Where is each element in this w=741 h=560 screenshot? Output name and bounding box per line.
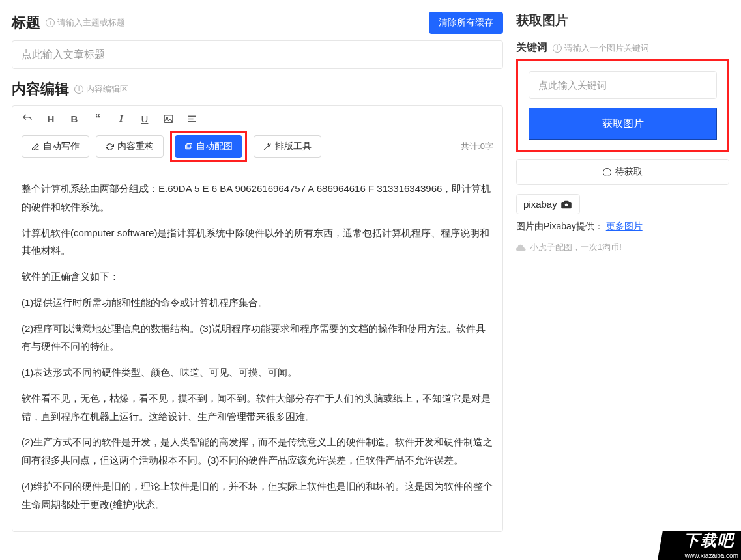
- content-paragraph: (2)程序可以满意地处理信息的数据结构。(3)说明程序功能要求和程序需要的文档的…: [22, 320, 493, 356]
- content-paragraph: (2)生产方式不同的软件是开发，是人类智能的高发挥，而不是传统意义上的硬件制造。…: [22, 433, 493, 469]
- content-hint: 内容编辑区: [86, 83, 128, 95]
- content-paragraph: 计算机软件(computer software)是指计算机系统中除硬件以外的所有…: [22, 224, 493, 260]
- quote-icon[interactable]: “: [92, 113, 104, 124]
- pending-button[interactable]: 待获取: [516, 159, 729, 185]
- content-paragraph: 整个计算机系统由两部分组成：E.69DA 5 E 6 BA 9062616964…: [22, 180, 493, 216]
- content-hint-wrap: i 内容编辑区: [74, 83, 128, 95]
- images-icon: [184, 143, 193, 151]
- editor-panel: H B “ I U 自动写作 内容重构: [12, 105, 503, 532]
- sidebar: 获取图片 关键词 i 请输入一个图片关键词 获取图片 待获取 pixabay 图…: [510, 0, 741, 560]
- watermark-text: 下载吧: [684, 530, 734, 551]
- keyword-highlight-box: 获取图片: [516, 59, 729, 152]
- bold-icon[interactable]: B: [68, 113, 80, 124]
- provider-line: 图片由Pixabay提供： 更多图片: [516, 221, 729, 232]
- title-label: 标题: [12, 13, 40, 33]
- clear-cache-label: 清除所有缓存: [439, 17, 493, 29]
- watermark: 下载吧 www.xiazaiba.com: [650, 521, 741, 560]
- get-image-title: 获取图片: [516, 12, 729, 29]
- keyword-header: 关键词 i 请输入一个图片关键词: [516, 41, 729, 55]
- content-restruct-button[interactable]: 内容重构: [96, 135, 164, 158]
- auto-image-highlight: 自动配图: [170, 131, 247, 162]
- info-icon: i: [74, 85, 83, 94]
- editor-toolbar: H B “ I U 自动写作 内容重构: [12, 106, 502, 169]
- more-images-link[interactable]: 更多图片: [606, 221, 643, 231]
- auto-image-label: 自动配图: [196, 141, 233, 152]
- auto-write-button[interactable]: 自动写作: [22, 135, 89, 158]
- keyword-label: 关键词: [516, 41, 547, 55]
- heading-icon[interactable]: H: [45, 113, 57, 124]
- watermark-url: www.xiazaiba.com: [685, 552, 738, 559]
- title-hint: 请输入主题或标题: [57, 17, 125, 29]
- cloud-icon: [516, 244, 527, 251]
- align-left-icon[interactable]: [186, 113, 197, 124]
- image-icon[interactable]: [162, 113, 174, 124]
- auto-write-label: 自动写作: [43, 141, 80, 152]
- wand-icon: [263, 143, 272, 151]
- footer-note-text: 小虎子配图，一次1淘币!: [530, 242, 622, 253]
- keyword-hint: 请输入一个图片关键词: [564, 42, 649, 54]
- italic-icon[interactable]: I: [115, 113, 127, 124]
- get-image-button-label: 获取图片: [602, 118, 644, 129]
- underline-icon[interactable]: U: [139, 113, 151, 124]
- content-paragraph: (4)维护不同的硬件是旧的，理论上软件是旧的，并不坏，但实际上软件也是旧的和坏的…: [22, 477, 493, 514]
- content-paragraph: (1)表达形式不同的硬件类型、颜色、味道、可见、可摸、可闻。: [22, 363, 493, 382]
- content-label: 内容编辑: [12, 79, 69, 99]
- pencil-icon: [31, 143, 40, 151]
- title-hint-wrap: i 请输入主题或标题: [46, 17, 125, 29]
- content-paragraph: (1)提供运行时所需功能和性能的命令或计算机程序集合。: [22, 294, 493, 312]
- svg-point-7: [564, 203, 568, 206]
- main-column: 标题 i 请输入主题或标题 清除所有缓存 内容编辑 i 内容编辑区: [0, 0, 510, 560]
- pixabay-badge: pixabay: [516, 194, 580, 214]
- editor-content[interactable]: 整个计算机系统由两部分组成：E.69DA 5 E 6 BA 9062616964…: [12, 169, 502, 531]
- pixabay-label: pixabay: [523, 199, 557, 210]
- article-title-input[interactable]: [12, 40, 503, 69]
- circle-icon: [603, 168, 611, 176]
- provider-text: 图片由Pixabay提供：: [516, 221, 603, 231]
- info-icon: i: [553, 44, 562, 53]
- camera-icon: [560, 200, 573, 209]
- layout-tool-label: 排版工具: [275, 141, 312, 152]
- word-count: 共计:0字: [461, 141, 493, 152]
- get-image-button[interactable]: 获取图片: [529, 108, 717, 140]
- svg-rect-6: [187, 143, 192, 148]
- pending-label: 待获取: [615, 166, 643, 178]
- clear-cache-button[interactable]: 清除所有缓存: [429, 12, 503, 34]
- layout-tool-button[interactable]: 排版工具: [254, 135, 321, 158]
- svg-rect-5: [186, 145, 191, 149]
- content-restruct-label: 内容重构: [117, 141, 154, 152]
- footer-note: 小虎子配图，一次1淘币!: [516, 242, 729, 253]
- keyword-input[interactable]: [529, 71, 717, 99]
- undo-icon[interactable]: [22, 113, 33, 124]
- info-icon: i: [46, 18, 55, 27]
- title-header: 标题 i 请输入主题或标题 清除所有缓存: [12, 12, 503, 34]
- content-paragraph: 软件的正确含义如下：: [22, 268, 493, 286]
- auto-image-button[interactable]: 自动配图: [175, 135, 242, 158]
- content-paragraph: 软件看不见，无色，枯燥，看不见，摸不到，闻不到。软件大部分存在于人们的头脑或纸上…: [22, 389, 493, 426]
- content-header: 内容编辑 i 内容编辑区: [12, 79, 503, 99]
- refresh-icon: [106, 143, 114, 151]
